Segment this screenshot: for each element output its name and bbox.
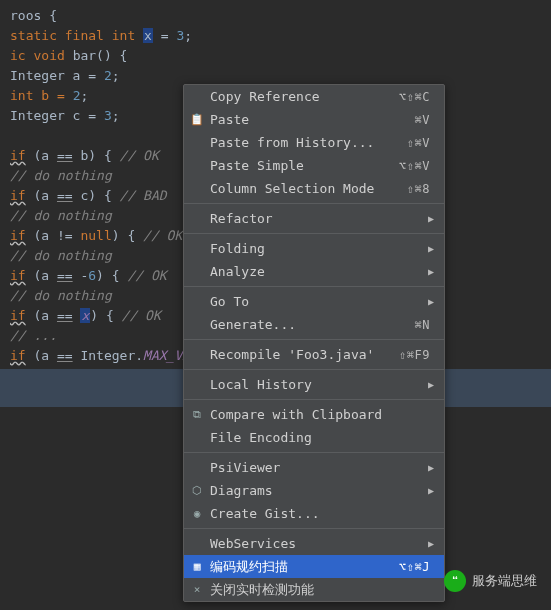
wechat-icon: ❝ — [444, 570, 466, 592]
menu-item-icon: ◉ — [190, 507, 204, 520]
menu-item-webservices[interactable]: WebServices▶ — [184, 532, 444, 555]
submenu-arrow-icon: ▶ — [428, 538, 434, 549]
menu-separator — [184, 233, 444, 234]
menu-item-generate[interactable]: Generate...⌘N — [184, 313, 444, 336]
menu-item-label: Folding — [210, 241, 430, 256]
menu-item-icon: × — [190, 583, 204, 596]
menu-item-paste-from-history[interactable]: Paste from History...⇧⌘V — [184, 131, 444, 154]
menu-item-icon: ⬡ — [190, 484, 204, 497]
menu-separator — [184, 528, 444, 529]
submenu-arrow-icon: ▶ — [428, 213, 434, 224]
menu-item-label: 关闭实时检测功能 — [210, 581, 430, 599]
menu-separator — [184, 399, 444, 400]
menu-item-shortcut: ⌘V — [415, 113, 430, 127]
menu-separator — [184, 452, 444, 453]
menu-item-paste[interactable]: 📋Paste⌘V — [184, 108, 444, 131]
menu-item-analyze[interactable]: Analyze▶ — [184, 260, 444, 283]
menu-item-icon: ▦ — [190, 560, 204, 573]
code-line: roos { — [10, 8, 57, 23]
submenu-arrow-icon: ▶ — [428, 462, 434, 473]
menu-item-[interactable]: ▦编码规约扫描⌥⇧⌘J — [184, 555, 444, 578]
menu-separator — [184, 203, 444, 204]
menu-item-label: Column Selection Mode — [210, 181, 407, 196]
menu-item-label: Diagrams — [210, 483, 430, 498]
watermark-text: 服务端思维 — [472, 572, 537, 590]
menu-item-label: Generate... — [210, 317, 415, 332]
menu-item-shortcut: ⌥⇧⌘V — [399, 159, 430, 173]
menu-item-label: Recompile 'Foo3.java' — [210, 347, 399, 362]
menu-item-paste-simple[interactable]: Paste Simple⌥⇧⌘V — [184, 154, 444, 177]
menu-item-shortcut: ⌥⇧⌘J — [399, 560, 430, 574]
menu-item-column-selection-mode[interactable]: Column Selection Mode⇧⌘8 — [184, 177, 444, 200]
menu-item-local-history[interactable]: Local History▶ — [184, 373, 444, 396]
menu-item-file-encoding[interactable]: File Encoding — [184, 426, 444, 449]
menu-item-shortcut: ⇧⌘F9 — [399, 348, 430, 362]
menu-item-label: Copy Reference — [210, 89, 399, 104]
menu-item-label: Paste — [210, 112, 415, 127]
menu-item-label: Local History — [210, 377, 430, 392]
submenu-arrow-icon: ▶ — [428, 243, 434, 254]
submenu-arrow-icon: ▶ — [428, 485, 434, 496]
menu-item-[interactable]: ×关闭实时检测功能 — [184, 578, 444, 601]
menu-separator — [184, 286, 444, 287]
submenu-arrow-icon: ▶ — [428, 296, 434, 307]
menu-item-shortcut: ⇧⌘8 — [407, 182, 430, 196]
menu-item-label: Paste Simple — [210, 158, 399, 173]
menu-item-shortcut: ⌥⇧⌘C — [399, 90, 430, 104]
menu-item-diagrams[interactable]: ⬡Diagrams▶ — [184, 479, 444, 502]
menu-item-shortcut: ⇧⌘V — [407, 136, 430, 150]
menu-item-icon: 📋 — [190, 113, 204, 126]
menu-item-go-to[interactable]: Go To▶ — [184, 290, 444, 313]
menu-item-copy-reference[interactable]: Copy Reference⌥⇧⌘C — [184, 85, 444, 108]
menu-item-label: WebServices — [210, 536, 430, 551]
menu-item-label: Compare with Clipboard — [210, 407, 430, 422]
menu-item-folding[interactable]: Folding▶ — [184, 237, 444, 260]
menu-item-recompile-foo3-java[interactable]: Recompile 'Foo3.java'⇧⌘F9 — [184, 343, 444, 366]
menu-item-refactor[interactable]: Refactor▶ — [184, 207, 444, 230]
menu-item-label: Create Gist... — [210, 506, 430, 521]
menu-item-icon: ⧉ — [190, 408, 204, 421]
menu-item-label: PsiViewer — [210, 460, 430, 475]
menu-item-label: 编码规约扫描 — [210, 558, 399, 576]
menu-item-shortcut: ⌘N — [415, 318, 430, 332]
menu-item-psiviewer[interactable]: PsiViewer▶ — [184, 456, 444, 479]
menu-item-label: Refactor — [210, 211, 430, 226]
menu-item-label: Analyze — [210, 264, 430, 279]
menu-item-label: File Encoding — [210, 430, 430, 445]
menu-item-label: Go To — [210, 294, 430, 309]
watermark: ❝ 服务端思维 — [444, 570, 537, 592]
menu-item-label: Paste from History... — [210, 135, 407, 150]
submenu-arrow-icon: ▶ — [428, 379, 434, 390]
menu-separator — [184, 339, 444, 340]
submenu-arrow-icon: ▶ — [428, 266, 434, 277]
menu-item-compare-with-clipboard[interactable]: ⧉Compare with Clipboard — [184, 403, 444, 426]
menu-item-create-gist[interactable]: ◉Create Gist... — [184, 502, 444, 525]
context-menu: Copy Reference⌥⇧⌘C📋Paste⌘VPaste from His… — [183, 84, 445, 602]
menu-separator — [184, 369, 444, 370]
